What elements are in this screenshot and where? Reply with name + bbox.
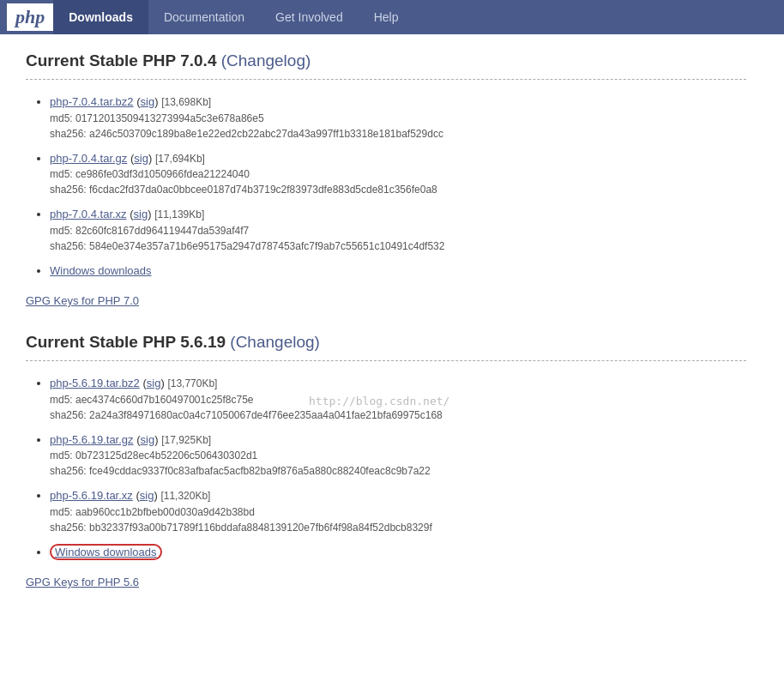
php5619-bz2-md5: md5: aec4374c660d7b160497001c25f8c75e — [50, 392, 746, 407]
php5619-gz-size: [17,925Kb] — [161, 434, 211, 446]
nav-documentation[interactable]: Documentation — [148, 0, 260, 34]
php5619-gz-md5: md5: 0b723125d28ec4b52206c506430302d1 — [50, 448, 746, 463]
php70-windows-link[interactable]: Windows downloads — [50, 264, 152, 277]
main-nav: php Downloads Documentation Get Involved… — [0, 0, 784, 34]
php5619-divider — [26, 360, 746, 361]
logo-text: php — [15, 6, 45, 28]
nav-help[interactable]: Help — [359, 0, 414, 34]
php5619-section: Current Stable PHP 5.6.19 (Changelog) ph… — [26, 333, 746, 588]
php704-gz-link[interactable]: php-7.0.4.tar.gz — [50, 152, 127, 165]
php70-divider — [26, 79, 746, 80]
php704-xz-size: [11,139Kb] — [154, 208, 204, 220]
php5619-gz-sig-link[interactable]: sig — [141, 433, 155, 446]
list-item: php-5.6.19.tar.xz (sig) [11,320Kb] md5: … — [50, 487, 746, 535]
php704-bz2-sig: (sig) — [136, 95, 158, 108]
php704-bz2-md5: md5: 01712013509413273994a5c3e678a86e5 — [50, 111, 746, 126]
php-logo: php — [7, 3, 53, 31]
nav-get-involved[interactable]: Get Involved — [260, 0, 359, 34]
php704-gz-md5: md5: ce986fe03df3d1050966fdea21224040 — [50, 166, 746, 182]
nav-downloads[interactable]: Downloads — [53, 0, 148, 34]
php704-gz-sha256: sha256: f6cdac2fd37da0ac0bbcee0187d74b37… — [50, 182, 746, 197]
list-item: php-5.6.19.tar.gz (sig) [17,925Kb] md5: … — [50, 431, 746, 480]
php5619-xz-sig-link[interactable]: sig — [140, 489, 154, 502]
php5619-windows-link[interactable]: Windows downloads — [55, 546, 157, 558]
php5619-xz-sha256: sha256: bb32337f93a00b71789f116bddafa884… — [50, 520, 746, 535]
php5619-xz-size: [11,320Kb] — [160, 490, 210, 502]
php5619-xz-md5: md5: aab960cc1b2bfbeb00d030a9d42b38bd — [50, 504, 746, 520]
php5619-gz-sha256: sha256: fce49cddac9337f0c83afbafac5acfb8… — [50, 463, 746, 479]
php5619-gz-link[interactable]: php-5.6.19.tar.gz — [50, 433, 134, 446]
php5619-changelog-link[interactable]: (Changelog) — [230, 333, 320, 351]
list-item: php-7.0.4.tar.xz (sig) [11,139Kb] md5: 8… — [50, 206, 746, 254]
php5619-bz2-sig-link[interactable]: sig — [147, 377, 161, 389]
php704-xz-md5: md5: 82c60fc8167dd964119447da539af4f7 — [50, 223, 746, 238]
php70-file-list: php-7.0.4.tar.bz2 (sig) [13,698Kb] md5: … — [26, 94, 746, 279]
list-item: php-7.0.4.tar.bz2 (sig) [13,698Kb] md5: … — [50, 94, 746, 142]
list-item: php-5.6.19.tar.bz2 (sig) [13,770Kb] md5:… — [50, 375, 746, 423]
php5619-bz2-sig: (sig) — [142, 377, 164, 389]
php704-xz-sha256: sha256: 584e0e374e357a71b6e95175a2947d78… — [50, 238, 746, 254]
php704-xz-link[interactable]: php-7.0.4.tar.xz — [50, 208, 127, 220]
php5619-windows-highlight: Windows downloads — [50, 544, 162, 560]
list-item: php-7.0.4.tar.gz (sig) [17,694Kb] md5: c… — [50, 150, 746, 198]
php704-bz2-size: [13,698Kb] — [161, 96, 211, 108]
php5619-bz2-sha256: sha256: 2a24a3f84971680ac0a4c71050067de4… — [50, 407, 746, 423]
php5619-title: Current Stable PHP 5.6.19 (Changelog) — [26, 333, 746, 352]
php70-changelog-link[interactable]: (Changelog) — [221, 51, 311, 69]
php704-gz-sig-link[interactable]: sig — [134, 152, 148, 165]
php5619-xz-sig: (sig) — [136, 489, 157, 502]
php70-gpg-link[interactable]: GPG Keys for PHP 7.0 — [26, 294, 139, 307]
php70-section: Current Stable PHP 7.0.4 (Changelog) php… — [26, 51, 746, 307]
php704-xz-sig: (sig) — [130, 208, 151, 220]
php704-bz2-sha256: sha256: a246c503709c189ba8e1e22ed2cb22ab… — [50, 126, 746, 142]
php704-gz-size: [17,694Kb] — [155, 153, 205, 165]
php70-title: Current Stable PHP 7.0.4 (Changelog) — [26, 51, 746, 70]
php5619-xz-link[interactable]: php-5.6.19.tar.xz — [50, 489, 133, 502]
list-item: Windows downloads — [50, 544, 746, 561]
main-content: Current Stable PHP 7.0.4 (Changelog) php… — [0, 34, 772, 631]
nav-items: Downloads Documentation Get Involved Hel… — [53, 0, 413, 34]
php5619-bz2-size: [13,770Kb] — [167, 377, 217, 389]
php5619-file-list: php-5.6.19.tar.bz2 (sig) [13,770Kb] md5:… — [26, 375, 746, 560]
php704-bz2-sig-link[interactable]: sig — [141, 95, 155, 108]
php704-bz2-link[interactable]: php-7.0.4.tar.bz2 — [50, 95, 134, 108]
list-item: Windows downloads — [50, 262, 746, 280]
php704-xz-sig-link[interactable]: sig — [134, 208, 148, 220]
php5619-bz2-link[interactable]: php-5.6.19.tar.bz2 — [50, 377, 140, 389]
php5619-gz-sig: (sig) — [136, 433, 158, 446]
php5619-gpg-link[interactable]: GPG Keys for PHP 5.6 — [26, 576, 139, 588]
php704-gz-sig: (sig) — [130, 152, 152, 165]
